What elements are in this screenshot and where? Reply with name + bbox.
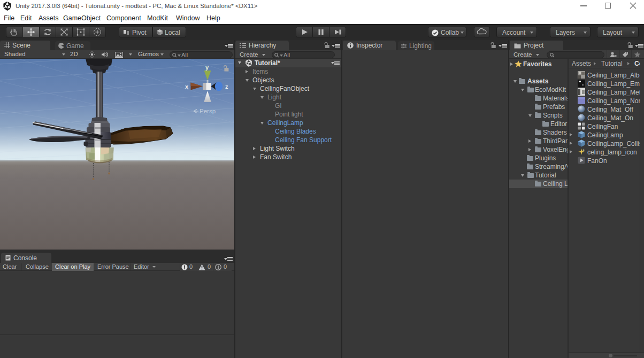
svg-text:y: y: [205, 64, 209, 71]
svg-text:Persp: Persp: [200, 108, 216, 114]
svg-text:z: z: [225, 83, 228, 90]
svg-text:x: x: [185, 83, 189, 90]
